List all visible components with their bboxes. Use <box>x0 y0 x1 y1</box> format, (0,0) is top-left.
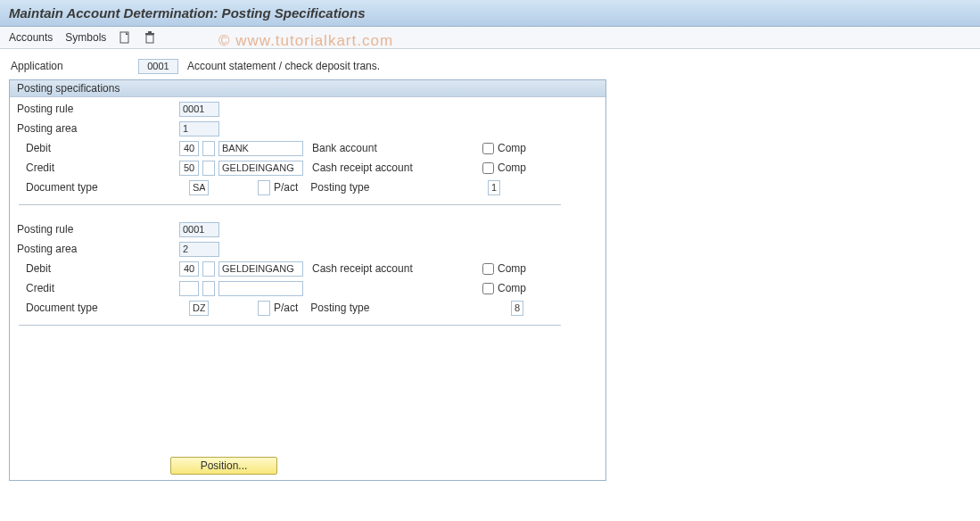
container-title: Posting specifications <box>10 80 605 97</box>
debit-label: Debit <box>10 262 157 275</box>
credit-label: Credit <box>10 161 157 174</box>
page-title: Maintain Account Determination: Posting … <box>0 0 980 27</box>
doctype-label: Document type <box>10 302 157 314</box>
divider <box>19 204 561 205</box>
credit-label: Credit <box>10 282 157 294</box>
debit-key-1[interactable] <box>179 141 199 156</box>
doctype-field-2[interactable] <box>189 301 209 316</box>
credit-flag-1[interactable] <box>202 161 215 176</box>
toolbar: Accounts Symbols <box>0 27 980 49</box>
debit-flag-2[interactable] <box>202 261 215 277</box>
debit-label: Debit <box>10 142 157 154</box>
credit-flag-2[interactable] <box>202 281 215 296</box>
posting-type-label: Posting type <box>298 181 369 194</box>
debit-comp-1[interactable] <box>482 143 494 154</box>
posting-spec-container: Posting specifications Posting rule Post… <box>9 79 606 481</box>
posting-rule-label: Posting rule <box>10 103 157 115</box>
posting-area-label: Posting area <box>10 243 157 255</box>
pact-flag-1[interactable] <box>258 180 270 195</box>
pact-flag-2[interactable] <box>258 301 270 316</box>
application-label: Application <box>9 60 138 72</box>
credit-acct-2[interactable] <box>218 281 303 296</box>
posting-type-label: Posting type <box>298 302 369 314</box>
posting-area-label: Posting area <box>10 122 157 135</box>
posting-rule-label: Posting rule <box>10 223 157 236</box>
posting-type-1[interactable] <box>488 180 500 195</box>
debit-desc-1: Bank account <box>303 142 428 154</box>
toolbar-symbols[interactable]: Symbols <box>65 31 106 44</box>
svg-rect-3 <box>148 31 152 33</box>
posting-area-field-2 <box>179 242 219 257</box>
svg-rect-2 <box>145 33 154 35</box>
debit-acct-1[interactable] <box>218 141 303 156</box>
pact-label: P/act <box>270 181 298 194</box>
credit-comp-1[interactable] <box>482 162 494 174</box>
new-icon[interactable] <box>119 31 131 44</box>
posting-rule-field-2 <box>179 222 219 237</box>
posting-rule-field-1 <box>179 102 219 117</box>
delete-icon[interactable] <box>144 31 156 44</box>
posting-area-field-1 <box>179 121 219 136</box>
debit-comp-2[interactable] <box>482 263 494 275</box>
credit-comp-2[interactable] <box>482 283 494 294</box>
content-area: Application Account statement / check de… <box>0 49 980 484</box>
doctype-field-1[interactable] <box>189 180 209 195</box>
toolbar-accounts[interactable]: Accounts <box>9 31 53 44</box>
debit-flag-1[interactable] <box>202 141 215 156</box>
credit-desc-1: Cash receipt account <box>303 161 428 174</box>
comp-label: Comp <box>498 282 526 294</box>
comp-label: Comp <box>498 161 526 174</box>
credit-acct-1[interactable] <box>218 161 303 176</box>
debit-desc-2: Cash receipt account <box>303 262 428 275</box>
debit-key-2[interactable] <box>179 261 199 277</box>
comp-label: Comp <box>498 142 526 154</box>
credit-key-1[interactable] <box>179 161 199 176</box>
position-button[interactable]: Position... <box>170 457 277 475</box>
application-description: Account statement / check deposit trans. <box>178 60 380 72</box>
divider <box>19 325 561 326</box>
comp-label: Comp <box>498 262 526 275</box>
pact-label: P/act <box>270 302 298 314</box>
posting-type-2[interactable] <box>511 301 523 316</box>
credit-key-2[interactable] <box>179 281 199 296</box>
debit-acct-2[interactable] <box>218 261 303 277</box>
application-field <box>138 59 178 74</box>
svg-rect-1 <box>146 35 153 43</box>
application-row: Application Account statement / check de… <box>9 56 971 76</box>
doctype-label: Document type <box>10 181 157 194</box>
